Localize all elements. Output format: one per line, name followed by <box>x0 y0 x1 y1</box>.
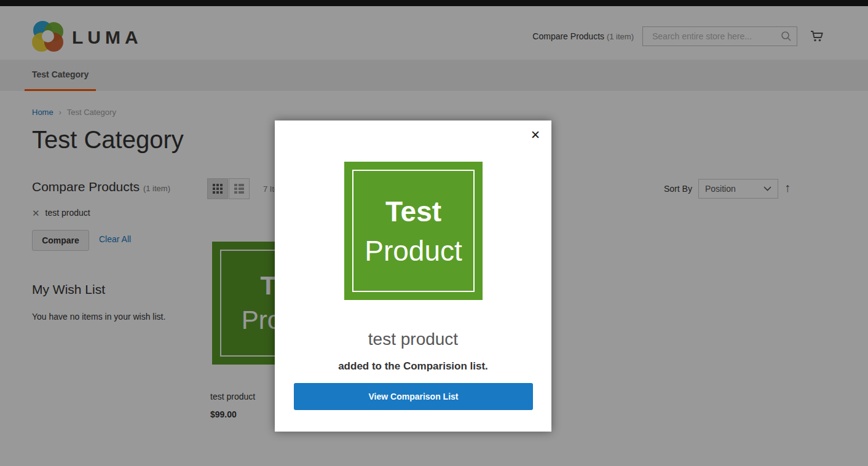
modal-product-name: test product <box>275 330 551 349</box>
browser-viewport: LUMA Compare Products (1 item) <box>0 0 868 466</box>
close-icon[interactable]: ✕ <box>528 127 543 143</box>
view-comparison-list-button[interactable]: View Comparison List <box>294 383 533 410</box>
modal-product-image: Test Product <box>344 162 483 300</box>
compare-confirmation-modal: ✕ Test Product test product added to the… <box>275 120 551 432</box>
modal-product-image-inner: Test Product <box>352 170 475 292</box>
modal-message: added to the Comparision list. <box>275 360 551 373</box>
